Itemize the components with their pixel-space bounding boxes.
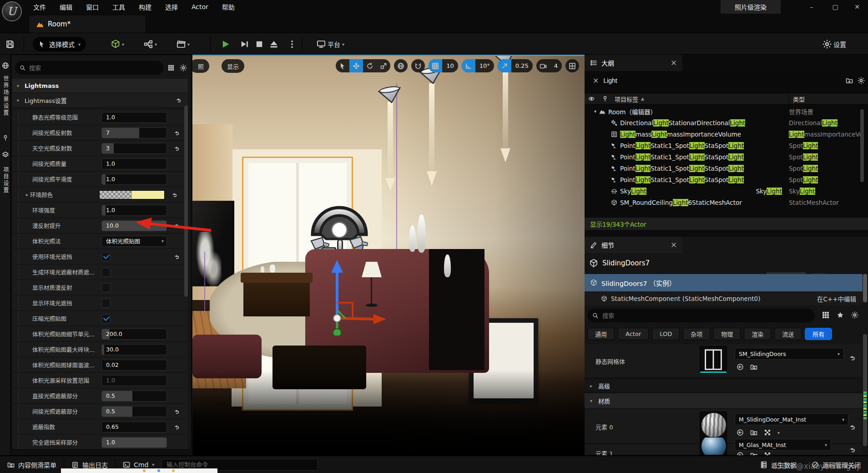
outliner-settings-icon[interactable] [858,77,865,84]
move-tool-button[interactable] [349,59,363,72]
matrix-icon[interactable] [168,65,174,71]
viewport[interactable]: 照 显示 10 10° 0.25 [192,55,585,455]
outliner-row[interactable]: PointLightStatic1_SpotLightStaSpotLightS… [585,140,864,151]
platforms-dropdown[interactable]: 平台▾ [317,40,344,49]
display-options-icon[interactable] [822,311,829,319]
add-folder-icon[interactable] [846,77,853,84]
browse-to-asset-icon[interactable] [750,363,757,371]
menu-item[interactable]: 窗口 [79,0,106,14]
outliner-row[interactable]: PointLightStatic1_SpotLightStaSpotLightS… [585,174,864,185]
blueprints-button[interactable]: ▾ [144,40,157,49]
menu-item[interactable]: 编辑 [53,0,79,14]
settings-scrollbar[interactable] [184,106,188,297]
show-button[interactable]: 显示 [222,59,244,73]
grid-snap-value[interactable]: 10 [442,59,458,72]
filter-tab-Actor[interactable]: Actor [618,328,649,340]
reset-icon[interactable] [173,223,180,229]
reset-icon[interactable] [173,130,180,136]
details-search-input[interactable] [602,312,810,319]
unreal-logo-icon[interactable]: U [2,1,22,21]
outliner-row[interactable]: PointLightStatic1_SpotLightStaSpotLightS… [585,163,864,174]
outliner-row[interactable]: PointLightStatic1_SpotLightStaSpotLightS… [585,151,864,163]
filter-tab-物理[interactable]: 物理 [713,328,741,340]
tab-outliner[interactable]: 大纲 [585,55,682,71]
save-icon[interactable] [5,40,15,49]
panel-gear-icon[interactable] [180,64,187,71]
scale-tool-button[interactable] [377,59,390,72]
setting-slider[interactable]: 1.0 [101,174,167,185]
setting-slider[interactable]: 30.0 [101,344,167,355]
menu-item[interactable]: 文件 [26,0,53,14]
material-dropdown[interactable]: M_Glas_MAt_Inst▾ [735,439,831,451]
outliner-row[interactable]: SkyLightSkyLightSkyLight [585,185,864,197]
setting-checkbox[interactable] [101,299,111,308]
reset-icon[interactable] [848,446,856,453]
tab-world-settings[interactable]: 世界场景设置 [2,76,10,117]
minimize-button[interactable]: – [801,0,823,14]
material-thumbnail[interactable] [700,437,727,455]
use-selected-icon[interactable] [737,429,744,436]
component-row[interactable]: StaticMeshComponent (StaticMeshComponent… [585,291,863,305]
world-icon[interactable] [2,62,9,69]
reset-icon[interactable] [173,408,180,415]
movie-render-button[interactable]: 照片级渲染 [721,0,781,14]
outliner-scrollbar[interactable] [860,109,864,182]
rotation-snap-button[interactable] [462,59,475,72]
step-icon[interactable] [240,40,249,49]
advanced-section[interactable]: ▸高级 [585,379,863,392]
outliner-search[interactable] [587,74,840,87]
menu-item[interactable]: 工具 [106,0,132,14]
setting-input[interactable]: 0.65 [101,422,167,432]
play-options-icon[interactable] [288,40,297,49]
setting-slider[interactable]: 3 [101,143,167,154]
setting-dropdown[interactable]: 体积光照贴图▾ [101,236,167,247]
eject-icon[interactable] [269,40,278,49]
setting-input[interactable]: 1.0 [101,375,167,386]
filter-tab-LOD[interactable]: LOD [652,328,680,340]
filter-tab-渲染[interactable]: 渲染 [744,328,771,340]
tab-room-level[interactable]: Room* [29,15,146,33]
component-scrollbar[interactable] [863,274,867,302]
menu-item[interactable]: 构建 [132,0,158,14]
material-dropdown[interactable]: M_SlidingDoor_Mat_Inst▾ [735,413,848,425]
close-icon[interactable] [671,60,677,66]
scale-snap-value[interactable]: 0.25 [511,59,533,72]
section-lightmass[interactable]: ▾Lightmass [12,79,188,92]
select-tool-button[interactable] [336,59,349,72]
setting-input[interactable]: 0.02 [101,360,167,371]
stop-icon[interactable] [255,40,264,49]
grid-snap-button[interactable] [429,59,442,72]
maximize-button[interactable]: ▢ [824,0,846,14]
surface-snap-button[interactable] [411,59,425,72]
reset-icon[interactable] [848,354,856,361]
settings-search[interactable] [15,61,163,75]
label-column-header[interactable]: 项目标签 [615,95,638,103]
setting-slider[interactable]: 1.0 [101,205,167,216]
pin-column-icon[interactable] [602,96,608,102]
reset-icon[interactable] [173,145,180,152]
close-icon[interactable] [671,242,677,248]
section-lightmass-settings[interactable]: ▾Lightmass设置 [12,93,188,107]
scale-snap-button[interactable] [498,59,511,72]
maximize-viewport-button[interactable] [565,59,579,72]
filter-tab-流送[interactable]: 流送 [774,328,802,340]
content-drawer-button[interactable]: 内容侧滑菜单 [0,456,64,473]
setting-input[interactable]: 1.0 [101,158,167,169]
favorites-icon[interactable] [837,311,844,319]
derived-data-button[interactable]: 派生数据 [753,456,804,473]
setting-slider[interactable]: 1.0 [101,437,167,448]
setting-checkbox[interactable] [101,268,111,277]
reset-icon[interactable] [848,423,856,431]
setting-slider[interactable]: 0.5 [101,406,167,417]
convert-texture-icon[interactable] [764,429,771,436]
close-button[interactable]: ✕ [846,0,868,14]
expand-arrow-icon[interactable]: ▸ [26,192,28,197]
cinematics-button[interactable]: ▾ [177,40,190,49]
setting-checkbox[interactable] [101,314,111,323]
setting-slider[interactable]: 200.0 [101,329,167,340]
use-selected-icon[interactable] [737,363,744,371]
settings-dropdown[interactable]: 设置 [823,40,846,49]
setting-slider[interactable]: 7 [101,127,167,138]
tab-details[interactable]: 细节 [585,237,682,253]
reset-icon[interactable] [171,192,177,198]
